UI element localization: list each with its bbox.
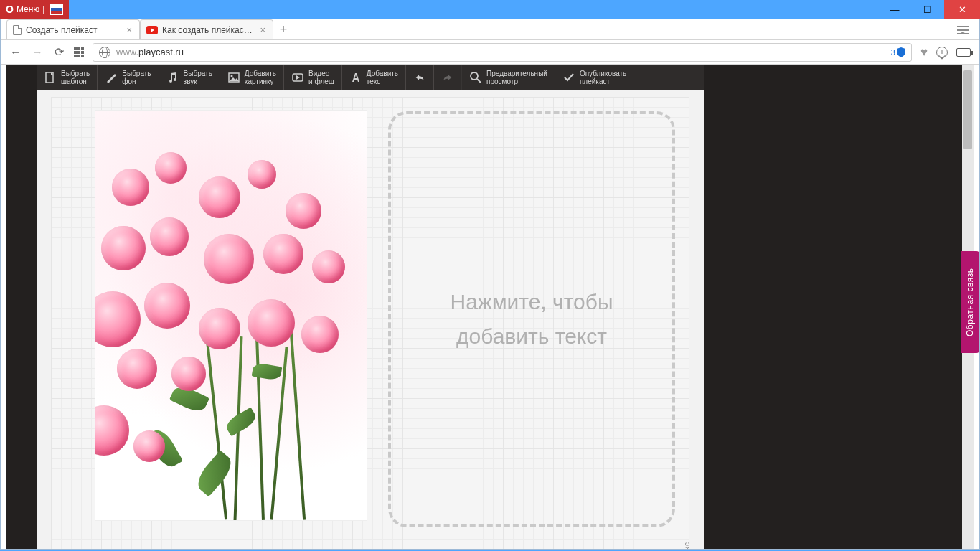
document-icon [13, 25, 22, 35]
tool-label: Предварительныйпросмотр [486, 70, 547, 85]
tool-select-background[interactable]: Выбратьфон [98, 65, 159, 90]
ruler-width-label: 950 пикс [683, 542, 691, 549]
image-slot[interactable] [95, 111, 367, 520]
tool-select-template[interactable]: Выбратьшаблон [37, 65, 98, 90]
tool-label: Выбратьшаблон [61, 70, 90, 85]
battery-saver-icon[interactable] [956, 48, 971, 57]
undo-icon [413, 71, 426, 84]
menu-separator: | [42, 4, 44, 14]
globe-icon [99, 47, 110, 58]
blocker-badge[interactable]: 3 [891, 47, 905, 57]
svg-point-2 [230, 75, 232, 77]
canvas-grid[interactable]: Нажмите, чтобы добавить текст 950 пикс [51, 97, 689, 549]
tab-youtube-howto[interactable]: Как создать плейкаст - Yo… × [140, 19, 273, 39]
url-text: www.playcast.ru [116, 47, 184, 57]
window-controls: — ☐ ✕ [878, 0, 980, 19]
tool-add-video[interactable]: Видеои флеш [284, 65, 342, 90]
nav-forward-button[interactable]: → [31, 46, 44, 59]
magnifier-icon [469, 71, 482, 84]
nav-reload-button[interactable]: ⟳ [52, 45, 65, 59]
tool-label: Видеои флеш [308, 70, 334, 85]
tool-label: Выбратьзвук [184, 70, 212, 85]
menu-label: Меню [17, 4, 39, 14]
tool-label: Выбратьфон [122, 70, 151, 85]
tool-add-text[interactable]: Добавитьтекст [342, 65, 406, 90]
tool-label: Добавитьтекст [367, 70, 398, 85]
window-close-button[interactable]: ✕ [944, 0, 980, 19]
music-icon [166, 71, 179, 84]
tool-publish[interactable]: Опубликоватьплейкаст [555, 65, 633, 90]
downloads-icon[interactable] [936, 47, 948, 58]
template-icon [44, 71, 57, 84]
tool-add-picture[interactable]: Добавитькартинку [220, 65, 284, 90]
new-tab-button[interactable]: + [273, 19, 293, 39]
page-content: Выбратьшаблон Выбратьфон Выбратьзвук Доб… [1, 65, 979, 549]
roses-image [95, 111, 367, 520]
brush-icon [105, 71, 118, 84]
svg-point-4 [471, 72, 478, 80]
tool-preview[interactable]: Предварительныйпросмотр [462, 65, 555, 90]
panel-toggle-button[interactable] [953, 21, 972, 39]
scrollbar-thumb[interactable] [963, 70, 972, 149]
redo-icon [441, 71, 454, 84]
text-placeholder-slot[interactable]: Нажмите, чтобы добавить текст [388, 111, 675, 527]
image-icon [227, 71, 240, 84]
opera-icon: O [6, 4, 14, 15]
bookmark-heart-icon[interactable]: ♥ [920, 45, 928, 60]
speed-dial-button[interactable] [74, 47, 84, 57]
checkmark-icon [562, 71, 575, 84]
tab-close-button[interactable]: × [258, 24, 267, 35]
tab-strip: Создать плейкаст × Как создать плейкаст … [1, 19, 979, 40]
text-icon [349, 71, 362, 84]
window-minimize-button[interactable]: — [878, 0, 911, 19]
address-bar-row: ← → ⟳ www.playcast.ru 3 ♥ [1, 40, 979, 65]
text-placeholder-label: Нажмите, чтобы добавить текст [391, 285, 672, 354]
tool-redo[interactable] [434, 65, 462, 90]
tab-title: Как создать плейкаст - Yo… [162, 25, 254, 35]
tool-label: Опубликоватьплейкаст [580, 70, 626, 85]
tab-close-button[interactable]: × [125, 24, 133, 35]
app-background: Выбратьшаблон Выбратьфон Выбратьзвук Доб… [6, 65, 974, 549]
window-title-bar: O Меню | — ☐ ✕ [0, 0, 980, 19]
video-icon [291, 71, 304, 84]
tool-select-sound[interactable]: Выбратьзвук [159, 65, 220, 90]
feedback-tab[interactable]: Обратная связь [961, 251, 979, 353]
flag-icon [50, 4, 63, 15]
nav-back-button[interactable]: ← [9, 46, 22, 59]
tool-undo[interactable] [406, 65, 434, 90]
editor-panel: Выбратьшаблон Выбратьфон Выбратьзвук Доб… [37, 65, 704, 549]
tab-playcast-create[interactable]: Создать плейкаст × [6, 19, 140, 39]
browser-chrome: Создать плейкаст × Как создать плейкаст … [0, 19, 980, 550]
browser-menu-button[interactable]: O Меню | [0, 0, 69, 19]
youtube-icon [146, 26, 158, 34]
editor-toolbar: Выбратьшаблон Выбратьфон Выбратьзвук Доб… [37, 65, 704, 90]
tab-title: Создать плейкаст [26, 25, 121, 35]
window-maximize-button[interactable]: ☐ [911, 0, 944, 19]
address-field[interactable]: www.playcast.ru 3 [93, 43, 912, 62]
tool-label: Добавитькартинку [245, 70, 276, 85]
